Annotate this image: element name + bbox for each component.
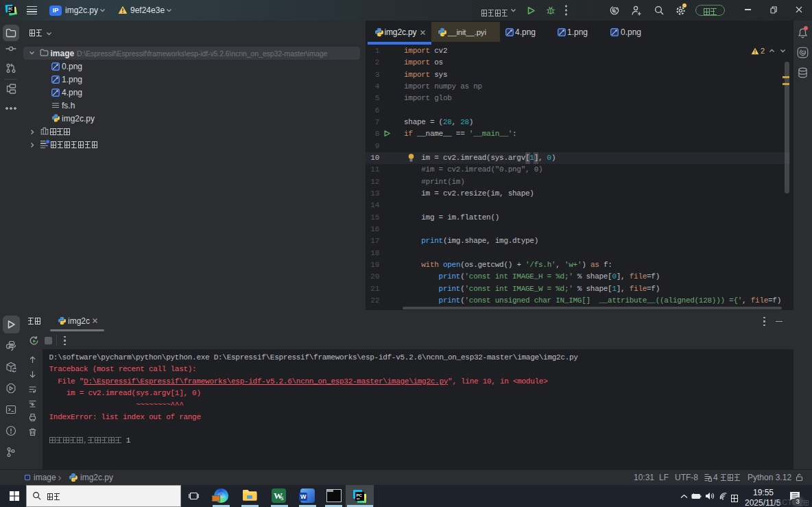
- svg-text:PC: PC: [357, 493, 363, 497]
- svg-text:PC: PC: [8, 8, 13, 11]
